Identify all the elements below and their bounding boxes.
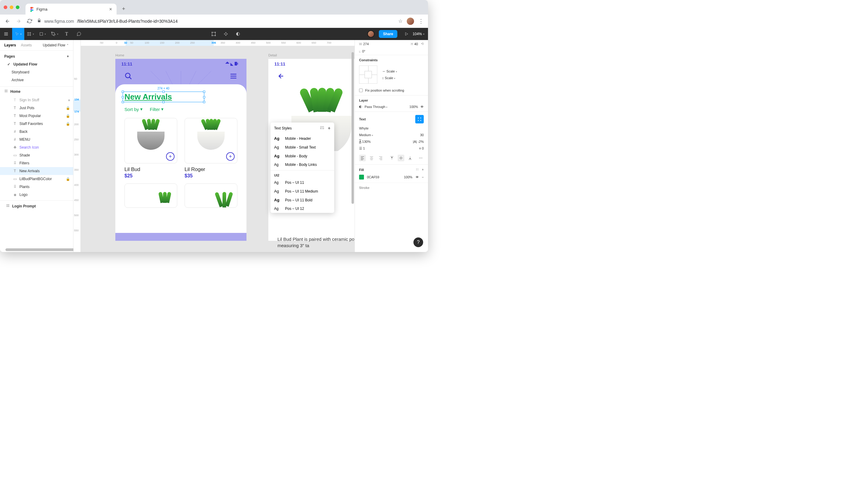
browser-tab[interactable]: Figma ✕ (25, 4, 117, 15)
bookmark-button[interactable]: ☆ (398, 18, 403, 24)
layer-row[interactable]: ▭LilBudPlantBGColor🔒 (0, 175, 73, 183)
text-style-item[interactable]: AgPos – UI 11 (271, 178, 334, 187)
tab-assets[interactable]: Assets (21, 43, 32, 47)
minimize-window-button[interactable] (10, 5, 13, 9)
text-align-middle[interactable] (398, 155, 404, 161)
text-align-bottom[interactable] (407, 155, 413, 161)
paragraph-spacing-input[interactable]: ☰ 1 (359, 146, 365, 150)
frame-tool[interactable]: ▾ (24, 28, 36, 40)
main-menu-button[interactable] (0, 28, 12, 40)
rotation-input[interactable]: ⟀0° (359, 50, 365, 53)
user-avatar[interactable] (367, 30, 375, 38)
profile-avatar[interactable] (407, 18, 414, 25)
line-height-value: 130% (362, 140, 371, 143)
layer-row[interactable]: ⠿Filters (0, 159, 73, 167)
present-button[interactable] (400, 28, 412, 40)
layer-frame-header[interactable]: Login Prompt (0, 200, 73, 210)
paragraph-indent-input[interactable]: ≡ 0 (419, 146, 424, 150)
mask-tool[interactable] (232, 28, 244, 40)
text-align-center[interactable] (368, 155, 375, 161)
fill-visibility-icon[interactable]: 👁 (415, 175, 419, 179)
text-more-options[interactable]: ⋯ (418, 155, 424, 161)
canvas[interactable]: Home 11:11 274 × 40 (81, 46, 355, 252)
frame-home[interactable]: Home 11:11 274 × 40 (115, 59, 246, 241)
text-style-item[interactable]: AgMobile - Body Links (271, 160, 334, 169)
add-page-button[interactable]: + (67, 54, 69, 58)
pen-tool[interactable]: ▾ (49, 28, 61, 40)
component-tool[interactable] (220, 28, 232, 40)
text-header: Text (359, 115, 424, 123)
opacity-input[interactable]: 100% (410, 105, 418, 109)
height-input[interactable]: H40 (411, 42, 418, 46)
text-align-left[interactable] (359, 155, 366, 161)
comment-tool[interactable] (73, 28, 85, 40)
canvas-area[interactable]: 32 306 -50 0 50 100 150 200 250 350 400 … (81, 40, 355, 252)
layer-row[interactable]: TStaff Favorites🔒 (0, 120, 73, 128)
move-tool[interactable]: ▾ (12, 28, 24, 40)
zoom-control[interactable]: 104%▾ (412, 32, 424, 36)
layer-row[interactable]: #MENU (0, 136, 73, 143)
layer-row[interactable]: TSign In Stuff■ (0, 96, 73, 104)
font-size-input[interactable]: 30 (420, 133, 424, 137)
fill-style-button[interactable]: ∷ (416, 168, 418, 172)
tab-layers[interactable]: Layers (4, 43, 16, 47)
layer-row[interactable]: #Back (0, 128, 73, 136)
font-weight-select[interactable]: Medium ▾ (359, 133, 373, 137)
font-family-select[interactable]: Whyte (359, 126, 424, 130)
layer-row[interactable]: TJust Pots🔒 (0, 104, 73, 112)
back-button[interactable] (4, 18, 11, 24)
layer-row-selected[interactable]: TNew Arrivals (0, 167, 73, 175)
text-style-item[interactable]: AgMobile - Header (271, 134, 334, 143)
new-tab-button[interactable]: + (119, 3, 129, 15)
text-tool[interactable]: T (61, 28, 73, 40)
page-item[interactable]: Archive (4, 76, 69, 84)
close-window-button[interactable] (4, 5, 7, 9)
layer-row[interactable]: ❖Search Icon (0, 143, 73, 151)
width-input[interactable]: W274 (359, 42, 369, 46)
text-style-item[interactable]: AgPos – UI 11 Medium (271, 187, 334, 196)
share-button[interactable]: Share (379, 30, 397, 38)
letter-spacing-input[interactable]: |A| -2% (413, 140, 424, 143)
text-style-item[interactable]: AgPos – UI 12 (271, 204, 334, 213)
settings-icon[interactable] (320, 126, 324, 131)
fill-swatch[interactable] (359, 175, 364, 180)
constraints-diagram[interactable] (359, 66, 377, 84)
help-button[interactable]: ? (413, 237, 423, 247)
text-align-right[interactable] (377, 155, 384, 161)
close-tab-icon[interactable]: ✕ (109, 7, 112, 12)
page-item[interactable]: Updated Flow (4, 60, 69, 68)
constraint-h-select[interactable]: ↔ Scale ▾ (382, 69, 397, 73)
lock-aspect-icon[interactable]: ⟲ (421, 42, 424, 46)
fix-scroll-checkbox[interactable] (359, 89, 363, 92)
text-style-item[interactable]: AgMobile - Small Text (271, 143, 334, 151)
fill-hex-input[interactable]: 0CAF59 (367, 175, 379, 179)
layer-row[interactable]: TMost Popular🔒 (0, 112, 73, 120)
add-fill-button[interactable]: + (422, 168, 424, 172)
shape-tool[interactable]: ▾ (36, 28, 49, 40)
layer-row[interactable]: ▭Shade (0, 151, 73, 159)
text-style-item[interactable]: AgPos – UI 11 Bold (271, 196, 334, 204)
blend-mode-select[interactable]: Pass Through ▾ (364, 105, 387, 109)
browser-menu-button[interactable]: ⋮ (418, 18, 424, 24)
remove-fill-button[interactable]: − (422, 175, 424, 179)
canvas-vertical-scrollbar[interactable] (351, 52, 355, 252)
layer-row[interactable]: ◈Logo (0, 191, 73, 199)
edit-object-tool[interactable] (208, 28, 220, 40)
text-style-item[interactable]: AgMobile - Body (271, 151, 334, 160)
line-height-input[interactable]: A 130% (359, 140, 371, 143)
text-align-top[interactable] (389, 155, 395, 161)
text-styles-button[interactable] (415, 115, 424, 123)
constraint-v-select[interactable]: ↕ Scale ▾ (382, 76, 397, 80)
url-field[interactable]: www.figma.com/file/x5MuLtiPlaY3r/Lil-Bud… (37, 18, 394, 24)
maximize-window-button[interactable] (16, 5, 19, 9)
reload-button[interactable] (26, 18, 33, 24)
page-selector[interactable]: Updated Flow ⌃ (43, 43, 69, 47)
page-item[interactable]: Storyboard (4, 68, 69, 76)
visibility-icon[interactable]: 👁 (421, 105, 424, 109)
fill-opacity-input[interactable]: 100% (404, 175, 412, 179)
forward-button[interactable] (15, 18, 22, 24)
text-selection[interactable]: 274 × 40 New Arrivals (124, 92, 203, 102)
add-style-button[interactable]: + (328, 126, 330, 131)
layer-row[interactable]: ⠿Plants (0, 183, 73, 191)
layer-frame-header[interactable]: Home (0, 86, 73, 96)
